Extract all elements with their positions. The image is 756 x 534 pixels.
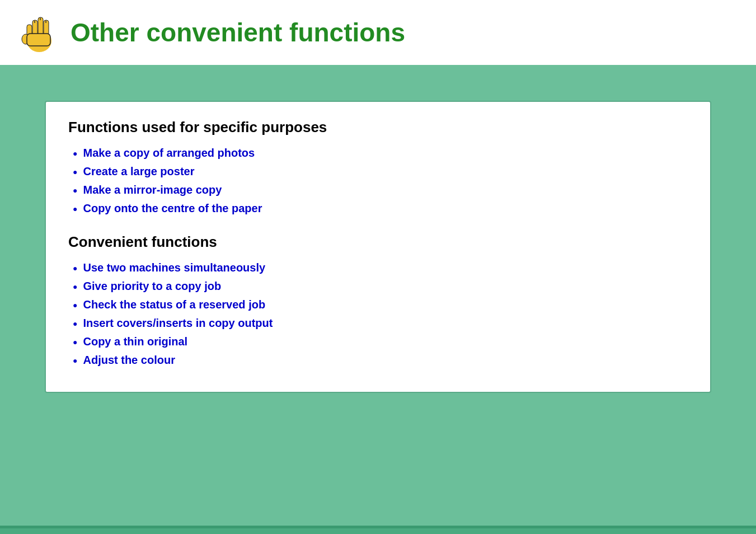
list-item[interactable]: Check the status of a reserved job [73,296,688,314]
list-item[interactable]: Make a copy of arranged photos [73,144,688,162]
bottom-bar [0,528,756,534]
section-heading-convenient: Convenient functions [68,233,688,251]
convenient-functions-list: Use two machines simultaneously Give pri… [73,259,688,369]
page-title: Other convenient functions [71,17,405,48]
list-item[interactable]: Copy onto the centre of the paper [73,199,688,218]
list-item[interactable]: Use two machines simultaneously [73,259,688,277]
specific-purposes-list: Make a copy of arranged photos Create a … [73,144,688,218]
list-item[interactable]: Create a large poster [73,162,688,181]
section-heading-specific: Functions used for specific purposes [68,119,688,136]
content-area: Functions used for specific purposes Mak… [0,67,756,427]
svg-rect-6 [27,34,50,46]
list-item[interactable]: Give priority to a copy job [73,277,688,296]
list-item[interactable]: Adjust the colour [73,351,688,369]
header-section: Other convenient functions [0,0,756,67]
pointing-hand-icon [17,10,62,55]
list-item[interactable]: Insert covers/inserts in copy output [73,314,688,332]
list-item[interactable]: Make a mirror-image copy [73,181,688,199]
list-item[interactable]: Copy a thin original [73,332,688,351]
content-box: Functions used for specific purposes Mak… [45,101,711,393]
